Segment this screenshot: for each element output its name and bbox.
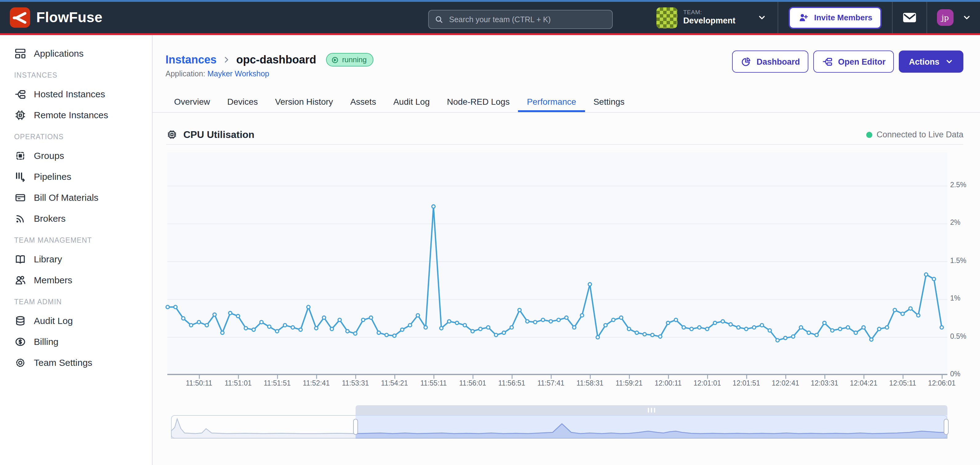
gear-icon	[14, 356, 27, 369]
chevron-down-icon	[945, 57, 953, 66]
sidebar-item-brokers[interactable]: Brokers	[14, 210, 152, 227]
header-actions: Dashboard Open Editor Actions	[732, 51, 963, 73]
sidebar-item-audit-log[interactable]: Audit Log	[14, 312, 152, 329]
chart-panel-header: CPU Utilisation Connected to Live Data	[166, 125, 963, 145]
grip-icon	[648, 408, 649, 413]
tab-devices[interactable]: Devices	[219, 92, 267, 112]
team-search[interactable]	[428, 10, 613, 29]
play-circle-icon	[331, 56, 339, 64]
minimap-right-handle[interactable]	[944, 419, 949, 435]
branch-icon	[822, 56, 833, 67]
sidebar-item-groups[interactable]: Groups	[14, 147, 152, 164]
sidebar-item-label: Bill Of Materials	[34, 192, 99, 203]
team-name: Development	[683, 16, 735, 26]
app-window: FlowFuse TEAM: Development	[0, 0, 980, 465]
notifications-button[interactable]	[892, 2, 926, 33]
sidebar-item-hosted-instances[interactable]: Hosted Instances	[14, 86, 152, 102]
application-link[interactable]: Mayker Workshop	[207, 70, 269, 78]
y-axis-tick-label: 2.5%	[950, 181, 966, 189]
envelope-icon	[902, 12, 916, 23]
team-selector[interactable]: TEAM: Development	[650, 2, 778, 33]
tab-audit-log[interactable]: Audit Log	[385, 92, 438, 112]
sidebar-item-billing[interactable]: Billing	[14, 333, 152, 350]
database-icon	[14, 315, 27, 327]
chart-minimap	[171, 415, 947, 438]
minimap-selection[interactable]	[355, 415, 947, 438]
sidebar-item-label: Pipelines	[34, 171, 72, 182]
live-status-label: Connected to Live Data	[877, 130, 963, 139]
chevron-right-icon	[222, 56, 231, 64]
chart-title: CPU Utilisation	[183, 129, 255, 140]
live-dot-icon	[866, 131, 872, 137]
search-icon	[434, 15, 444, 24]
currency-icon	[14, 336, 27, 348]
open-editor-button[interactable]: Open Editor	[813, 51, 894, 73]
tab-nodered-logs[interactable]: Node-RED Logs	[438, 92, 518, 112]
minimap-selection-grip[interactable]	[355, 405, 947, 415]
minimap-left-handle[interactable]	[353, 419, 358, 435]
sidebar-item-members[interactable]: Members	[14, 272, 152, 288]
groups-icon	[14, 149, 27, 162]
branch-icon	[14, 88, 27, 100]
team-label: TEAM:	[683, 10, 735, 16]
tab-performance[interactable]: Performance	[518, 92, 585, 112]
tab-overview[interactable]: Overview	[165, 92, 219, 112]
sidebar-item-label: Brokers	[34, 213, 65, 224]
team-avatar	[656, 7, 677, 28]
tab-assets[interactable]: Assets	[342, 92, 385, 112]
y-axis-tick-label: 2%	[950, 219, 960, 226]
flowfuse-logo[interactable]: FlowFuse	[10, 7, 102, 28]
book-icon	[14, 253, 27, 265]
sidebar-item-label: Members	[34, 275, 72, 285]
sidebar-item-bill-of-materials[interactable]: Bill Of Materials	[14, 189, 152, 206]
sidebar-item-label: Groups	[34, 150, 64, 161]
breadcrumb: Instances opc-dashboard running	[165, 51, 374, 69]
status-badge-label: running	[342, 56, 367, 64]
y-axis-tick-label: 1.5%	[950, 257, 966, 264]
x-axis-tick-label: 12:06:01	[917, 379, 966, 387]
sidebar-item-label: Library	[34, 254, 62, 264]
live-status: Connected to Live Data	[866, 130, 963, 139]
dashboard-button[interactable]: Dashboard	[732, 51, 808, 73]
tab-version-history[interactable]: Version History	[266, 92, 341, 112]
tab-settings[interactable]: Settings	[585, 92, 633, 112]
brand-name: FlowFuse	[36, 9, 102, 26]
y-axis-tick-label: 0%	[950, 370, 960, 377]
page-title: opc-dashboard	[236, 53, 316, 66]
y-axis-labels: 0%0.5%1%1.5%2%2.5%	[950, 152, 975, 375]
search-input[interactable]	[448, 14, 606, 24]
sidebar-section-team-admin: TEAM ADMIN	[14, 298, 152, 305]
open-editor-button-label: Open Editor	[838, 57, 886, 66]
sidebar-item-label: Team Settings	[34, 357, 92, 368]
breadcrumb-instances-link[interactable]: Instances	[165, 53, 216, 66]
sidebar-item-team-settings[interactable]: Team Settings	[14, 354, 152, 371]
instance-tabs: Overview Devices Version History Assets …	[153, 92, 980, 113]
cpu-icon	[166, 129, 178, 141]
top-nav-right: TEAM: Development Invite Members	[650, 2, 980, 33]
chevron-down-icon	[962, 13, 971, 22]
sidebar-section-operations: OPERATIONS	[14, 133, 152, 141]
sidebar-item-remote-instances[interactable]: Remote Instances	[14, 107, 152, 123]
sidebar-item-label: Billing	[34, 336, 59, 347]
members-icon	[14, 274, 27, 286]
status-badge: running	[326, 53, 374, 67]
sidebar-item-applications[interactable]: Applications	[14, 45, 152, 62]
sidebar-item-label: Applications	[34, 48, 84, 59]
sidebar-item-pipelines[interactable]: Pipelines	[14, 168, 152, 185]
sidebar-item-label: Remote Instances	[34, 110, 108, 120]
pie-chart-icon	[740, 56, 751, 67]
chevron-down-icon	[757, 13, 767, 22]
actions-button-label: Actions	[909, 57, 939, 66]
sidebar-item-label: Hosted Instances	[34, 89, 105, 99]
sidebar-section-team-management: TEAM MANAGEMENT	[14, 236, 152, 244]
dashboard-button-label: Dashboard	[756, 57, 800, 66]
applications-icon	[14, 47, 27, 59]
user-menu[interactable]: jp	[927, 2, 980, 33]
y-axis-tick-label: 0.5%	[950, 332, 966, 340]
sidebar-item-library[interactable]: Library	[14, 251, 152, 267]
invite-members-button[interactable]: Invite Members	[789, 6, 881, 29]
actions-button[interactable]: Actions	[899, 51, 963, 73]
invite-members-label: Invite Members	[814, 13, 872, 22]
y-axis-tick-label: 1%	[950, 294, 960, 302]
top-nav: FlowFuse TEAM: Development	[0, 0, 980, 35]
